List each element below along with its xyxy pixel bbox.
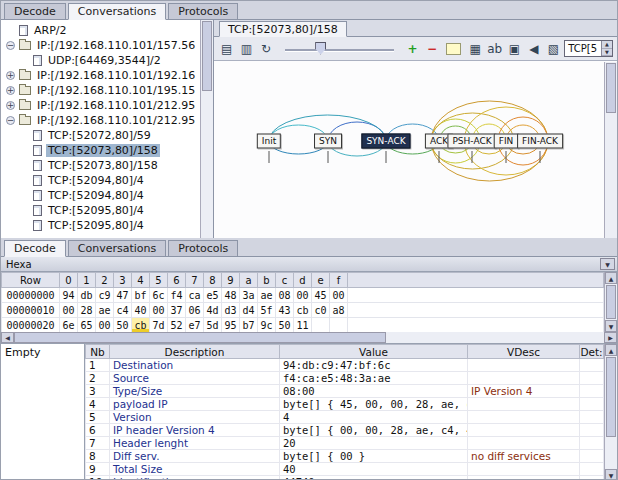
layout-icon[interactable]: ▧ [545, 40, 563, 58]
hex-hscrollbar-thumb[interactable] [14, 332, 386, 343]
tree-toggle-handle[interactable]: − [6, 41, 15, 50]
hex-byte-cell[interactable]: 65 [78, 318, 96, 333]
zoom-slider-thumb[interactable] [315, 42, 326, 55]
hex-byte-cell[interactable]: cb [294, 303, 312, 318]
tree-item-tcp-52094-80-4[interactable]: TCP:[52094,80]/4 [1, 173, 213, 188]
hex-vscrollbar[interactable]: ▲ ▼ [604, 272, 617, 332]
tab-tcp-conversation[interactable]: TCP:[52073,80]/158 [219, 21, 347, 37]
grid-icon[interactable]: ▦ [466, 40, 484, 58]
tree-item-tcp-52072-80-59[interactable]: TCP:[52072,80]/59 [1, 128, 213, 143]
hex-byte-cell[interactable]: 94 [60, 288, 78, 303]
hex-byte-cell[interactable] [312, 318, 330, 333]
hex-byte-cell[interactable]: 08 [276, 288, 294, 303]
field-row[interactable]: 4payload IPbyte[] { 45, 00, 00, 28, ae, … [86, 398, 604, 411]
detail-scrollbar-thumb[interactable] [606, 357, 616, 437]
hex-byte-cell[interactable]: e5 [204, 288, 222, 303]
top-tab-decode[interactable]: Decode [4, 3, 66, 19]
hex-byte-cell[interactable]: 40 [132, 303, 150, 318]
tree-item-ip-192-168-110-101-192-16[interactable]: +IP:[/192.168.110.101/192.16 [1, 68, 213, 83]
hex-byte-cell[interactable]: cb [132, 318, 150, 333]
hex-byte-cell[interactable]: 50 [276, 318, 294, 333]
field-row[interactable]: 3Type/Size08:00IP Version 4 [86, 385, 604, 398]
tree-item-tcp-52094-80-4[interactable]: TCP:[52094,80]/4 [1, 188, 213, 203]
state-node-init[interactable]: Init [257, 134, 281, 149]
tree-item-tcp-52073-80-158[interactable]: TCP:[52073,80]/158 [1, 143, 213, 158]
hex-byte-cell[interactable]: 47 [114, 288, 132, 303]
hexa-dropdown-button[interactable]: ▼ [600, 258, 615, 270]
tree-toggle-handle[interactable]: + [6, 101, 15, 110]
hex-byte-cell[interactable]: 37 [168, 303, 186, 318]
detail-scroll-up-button[interactable]: ▲ [605, 344, 617, 356]
tree-item-tcp-52095-80-4[interactable]: TCP:[52095,80]/4 [1, 203, 213, 218]
open-file-icon[interactable]: ▤ [218, 40, 236, 58]
hex-scroll-up-button[interactable]: ▲ [605, 272, 617, 284]
labels-icon[interactable]: ab [486, 40, 504, 58]
hex-byte-cell[interactable]: 9c [258, 318, 276, 333]
save-icon[interactable]: ▥ [238, 40, 256, 58]
hex-byte-cell[interactable]: db [78, 288, 96, 303]
hex-byte-cell[interactable]: 06 [186, 303, 204, 318]
tree-item-ip-192-168-110-101-212-95[interactable]: +IP:[/192.168.110.101/212.95 [1, 98, 213, 113]
hex-scroll-left-button[interactable]: ◀ [1, 332, 14, 343]
field-row[interactable]: 7Header lenght20 [86, 437, 604, 450]
tree-toggle-handle[interactable]: + [6, 71, 15, 80]
mid-tab-conversations[interactable]: Conversations [68, 240, 166, 256]
combo-spin-down-icon[interactable]: ▼ [602, 49, 612, 57]
hex-byte-cell[interactable]: e7 [186, 318, 204, 333]
hex-byte-cell[interactable]: 5d [204, 318, 222, 333]
hex-byte-cell[interactable]: c0 [312, 303, 330, 318]
hex-byte-cell[interactable] [330, 318, 348, 333]
tree-item-udp-64469-3544-2[interactable]: UDP:[64469,3544]/2 [1, 53, 213, 68]
hex-byte-cell[interactable]: 7d [150, 318, 168, 333]
nodes-icon[interactable]: ▣ [506, 40, 524, 58]
state-node-psh-ack[interactable]: PSH-ACK [447, 134, 496, 149]
detail-scroll-down-button[interactable]: ▼ [605, 469, 617, 480]
tree-item-arp-2[interactable]: ARP/2 [1, 23, 213, 38]
hex-scroll-right-button[interactable]: ▶ [604, 332, 617, 343]
tree-toggle-handle[interactable]: + [6, 86, 15, 95]
hex-byte-cell[interactable]: 95 [222, 318, 240, 333]
hex-byte-cell[interactable]: 52 [168, 318, 186, 333]
hex-byte-cell[interactable]: c4 [114, 303, 132, 318]
back-icon[interactable]: ◀ [525, 40, 543, 58]
top-tab-conversations[interactable]: Conversations [68, 3, 166, 20]
state-node-syn[interactable]: SYN [314, 134, 342, 149]
hex-byte-cell[interactable]: 00 [96, 318, 114, 333]
state-filter-combo[interactable]: TCP[5▲▼ [564, 40, 613, 57]
field-row[interactable]: 8Diff serv.byte[] { 00 }no diff services [86, 450, 604, 463]
tree-item-ip-192-168-110-101-195-15[interactable]: +IP:[/192.168.110.101/195.15 [1, 83, 213, 98]
combo-spin-up-icon[interactable]: ▲ [602, 41, 612, 49]
hex-byte-cell[interactable]: f4 [168, 288, 186, 303]
hex-byte-cell[interactable]: b7 [240, 318, 258, 333]
tree-item-ip-192-168-110-101-212-95[interactable]: −IP:[/192.168.110.101/212.95 [1, 113, 213, 128]
hex-byte-cell[interactable]: 3a [240, 288, 258, 303]
hex-byte-cell[interactable]: 00 [60, 303, 78, 318]
hex-byte-cell[interactable]: ae [96, 303, 114, 318]
hex-byte-cell[interactable]: 50 [114, 318, 132, 333]
hex-byte-cell[interactable]: 5f [258, 303, 276, 318]
remove-icon[interactable]: − [423, 40, 441, 58]
tree-item-tcp-52073-80-158[interactable]: TCP:[52073,80]/158 [1, 158, 213, 173]
hex-byte-cell[interactable]: bf [132, 288, 150, 303]
combo-spinner[interactable]: ▲▼ [601, 41, 612, 56]
zoom-slider[interactable] [285, 41, 394, 57]
mid-tab-protocols[interactable]: Protocols [168, 240, 238, 256]
hex-byte-cell[interactable]: 28 [78, 303, 96, 318]
tree-item-tcp-52095-80-4[interactable]: TCP:[52095,80]/4 [1, 218, 213, 233]
hex-byte-cell[interactable]: 6e [60, 318, 78, 333]
graph-scrollbar[interactable] [604, 62, 617, 238]
field-row[interactable]: 10Identification44740 [86, 476, 604, 480]
hex-byte-cell[interactable]: a8 [330, 303, 348, 318]
tree-scrollbar-thumb[interactable] [202, 21, 212, 91]
field-row[interactable]: 9Total Size40 [86, 463, 604, 476]
hex-byte-cell[interactable]: 45 [312, 288, 330, 303]
hex-byte-cell[interactable]: ca [186, 288, 204, 303]
hex-hscrollbar[interactable]: ◀ ▶ [1, 332, 617, 344]
refresh-icon[interactable]: ↻ [257, 40, 275, 58]
color-swatch-icon[interactable] [446, 43, 462, 55]
field-row[interactable]: 6IP header Version 4byte[] { 00, 00, 28,… [86, 424, 604, 437]
field-row[interactable]: 1Destination94:db:c9:47:bf:6c [86, 359, 604, 372]
hex-byte-cell[interactable]: ae [258, 288, 276, 303]
state-node-fin-ack[interactable]: FIN-ACK [517, 134, 563, 149]
tree-toggle-handle[interactable]: − [6, 116, 15, 125]
